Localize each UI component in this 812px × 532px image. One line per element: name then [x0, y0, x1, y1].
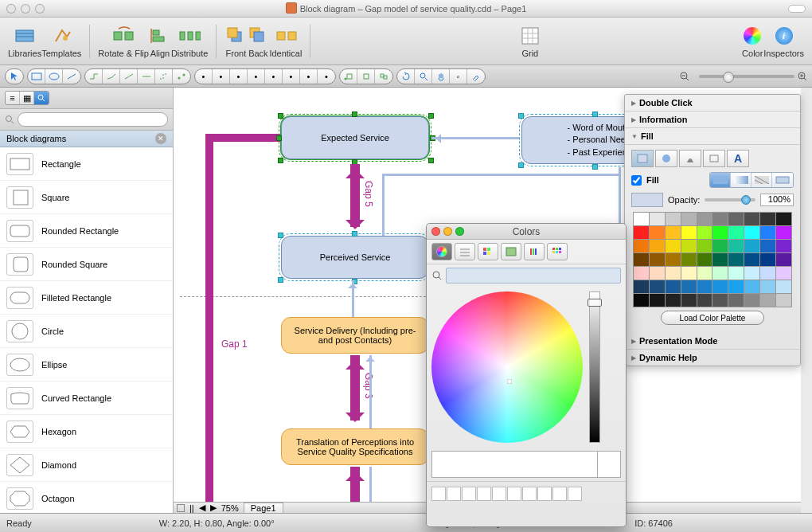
- color-swatch[interactable]: [744, 240, 759, 252]
- shape-item[interactable]: Rounded Rectangle: [0, 214, 173, 248]
- color-swatch[interactable]: [712, 226, 728, 239]
- color-swatch[interactable]: [712, 240, 728, 252]
- fill-tab-pattern[interactable]: [703, 150, 725, 167]
- color-swatch[interactable]: [712, 213, 728, 225]
- fill-tab-shadow[interactable]: [679, 150, 701, 167]
- node-tools[interactable]: [339, 68, 393, 84]
- page-nav-prev[interactable]: ◀: [199, 503, 205, 513]
- distribute-button[interactable]: Distribute: [171, 25, 208, 58]
- color-swatch[interactable]: [666, 213, 681, 225]
- color-swatch[interactable]: [666, 267, 681, 280]
- color-swatch[interactable]: [760, 213, 775, 225]
- color-swatch[interactable]: [681, 253, 697, 266]
- color-swatch[interactable]: [634, 253, 649, 266]
- pattern-hatch[interactable]: [751, 173, 772, 187]
- fill-tab-text[interactable]: A: [727, 150, 749, 167]
- magnifier-icon[interactable]: [431, 270, 443, 281]
- templates-button[interactable]: Templates: [41, 25, 81, 58]
- color-swatch[interactable]: [712, 294, 728, 307]
- shape-item[interactable]: Rectangle: [0, 147, 173, 181]
- connector-3[interactable]: [120, 69, 138, 84]
- path-8[interactable]: •: [318, 69, 335, 84]
- color-swatch[interactable]: [744, 280, 759, 293]
- zoom-level[interactable]: 75%: [221, 503, 239, 513]
- color-swatch[interactable]: [697, 213, 712, 225]
- page-nav-first[interactable]: [177, 504, 185, 512]
- color-swatch[interactable]: [712, 267, 728, 280]
- load-palette-button[interactable]: Load Color Palette: [661, 311, 764, 325]
- color-swatch[interactable]: [666, 294, 681, 307]
- fill-tab-strip[interactable]: A: [631, 150, 794, 167]
- inspector-double-click[interactable]: ▶Double Click: [625, 95, 800, 111]
- color-swatch[interactable]: [728, 213, 744, 225]
- color-swatch[interactable]: [776, 294, 791, 307]
- color-swatch[interactable]: [634, 240, 649, 252]
- color-swatch[interactable]: [666, 253, 681, 266]
- path-2[interactable]: •: [213, 69, 230, 84]
- connector-2[interactable]: [103, 69, 120, 84]
- expected-service-node[interactable]: Expected Service: [281, 116, 429, 159]
- front-button[interactable]: Front: [224, 25, 247, 58]
- color-swatch[interactable]: [650, 253, 665, 266]
- color-swatch[interactable]: [634, 294, 649, 307]
- color-swatch[interactable]: [760, 267, 775, 280]
- zoom-tool[interactable]: [415, 69, 432, 84]
- color-swatch[interactable]: [728, 240, 744, 252]
- identical-button[interactable]: Identical: [269, 25, 302, 58]
- rotate-flip-button[interactable]: Rotate & Flip: [98, 25, 149, 58]
- color-swatch[interactable]: [776, 213, 791, 225]
- fill-pattern-buttons[interactable]: [709, 172, 794, 188]
- color-swatch[interactable]: [634, 213, 649, 225]
- color-swatch[interactable]: [634, 280, 649, 293]
- color-wheel[interactable]: [431, 291, 583, 443]
- color-swatch[interactable]: [634, 226, 649, 239]
- pointer-tool[interactable]: [6, 69, 23, 84]
- color-swatch-grid[interactable]: [633, 212, 792, 307]
- shape-item[interactable]: Hexagon: [0, 415, 173, 448]
- color-swatch[interactable]: [650, 280, 665, 293]
- pattern-grad[interactable]: [731, 173, 751, 187]
- line-tool[interactable]: [63, 69, 80, 84]
- inspector-fill-header[interactable]: ▼Fill: [625, 128, 800, 145]
- fill-tab-color[interactable]: [631, 150, 654, 167]
- color-swatch[interactable]: [728, 253, 744, 266]
- selected-color-swatch[interactable]: [431, 451, 621, 478]
- path-tools[interactable]: • • • • • • • •: [194, 68, 336, 84]
- node-2[interactable]: [357, 69, 375, 84]
- shape-tools[interactable]: [27, 68, 81, 84]
- color-swatch[interactable]: [697, 240, 712, 252]
- connector-4[interactable]: [138, 69, 155, 84]
- snap-tool[interactable]: ◦: [450, 69, 467, 84]
- inspector-presentation[interactable]: ▶Presentation Mode: [625, 333, 800, 350]
- colors-titlebar[interactable]: Colors: [427, 224, 626, 240]
- selection-tools[interactable]: [5, 68, 24, 84]
- color-swatch[interactable]: [776, 226, 791, 239]
- view-grid[interactable]: ▦: [20, 92, 34, 104]
- color-swatch[interactable]: [697, 226, 712, 239]
- translation-node[interactable]: Translation of Perceptions into Service …: [281, 428, 429, 465]
- library-view-tabs[interactable]: ≡ ▦: [5, 91, 49, 105]
- perceived-service-node[interactable]: Perceived Service: [281, 236, 429, 279]
- colors-tab-swatches[interactable]: [547, 243, 568, 260]
- color-swatch[interactable]: [776, 253, 791, 266]
- back-button[interactable]: Back: [247, 25, 269, 58]
- node-3[interactable]: [375, 69, 392, 84]
- color-swatch[interactable]: [666, 280, 681, 293]
- color-swatch[interactable]: [760, 226, 775, 239]
- path-3[interactable]: •: [230, 69, 248, 84]
- color-swatch[interactable]: [776, 240, 791, 252]
- page-tab[interactable]: Page1: [244, 503, 283, 514]
- node-1[interactable]: [340, 69, 357, 84]
- color-swatch[interactable]: [776, 280, 791, 293]
- pattern-solid[interactable]: [710, 173, 731, 187]
- color-swatch[interactable]: [760, 280, 775, 293]
- inspector-information[interactable]: ▶Information: [625, 111, 800, 128]
- color-swatch[interactable]: [697, 280, 712, 293]
- zoom-out-icon[interactable]: [680, 72, 689, 81]
- color-swatch[interactable]: [681, 294, 697, 307]
- connector-1[interactable]: [85, 69, 103, 84]
- vertical-scrollbar[interactable]: [801, 88, 812, 513]
- color-button[interactable]: Color: [741, 25, 763, 58]
- zoom-in-icon[interactable]: [798, 72, 807, 81]
- inspectors-button[interactable]: iInspectors: [763, 25, 804, 58]
